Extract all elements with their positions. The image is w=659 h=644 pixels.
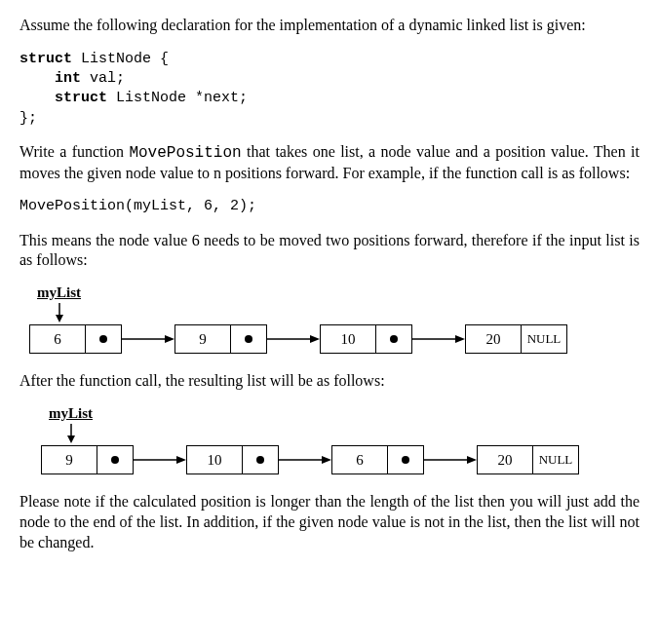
node-null: NULL [521,325,566,353]
arrow-right-icon [122,333,174,345]
list-node-tail: 20 NULL [465,324,567,354]
arrow-right-icon [279,454,331,466]
list-label-1: myList [37,284,640,301]
node-value: 6 [30,325,85,353]
svg-marker-1 [56,315,63,322]
list-node: 6 [331,445,424,474]
node-value: 9 [175,325,230,353]
arrow-down-icon [53,303,640,322]
diagram-after: myList 9 10 6 20 NULL [19,405,640,474]
list-label-2: myList [49,405,640,422]
node-pointer [230,325,266,353]
node-pointer [97,446,133,474]
node-value: 10 [321,325,375,353]
function-name: MovePosition [129,144,241,162]
node-value: 10 [187,446,242,474]
svg-marker-11 [176,456,186,464]
node-null: NULL [532,446,578,474]
arrow-right-icon [267,333,320,345]
node-pointer [242,446,278,474]
node-value: 20 [478,446,532,474]
node-value: 6 [332,446,387,474]
paragraph-function-desc: Write a function MovePosition that takes… [19,142,640,184]
paragraph-note: Please note if the calculated position i… [19,492,640,552]
arrow-right-icon [134,454,186,466]
paragraph-explain: This means the node value 6 needs to be … [19,231,640,272]
linked-list-row-1: 6 9 10 20 NULL [29,324,640,354]
node-value: 20 [466,325,521,353]
svg-marker-5 [310,335,320,343]
pointer-dot-icon [256,456,264,464]
svg-marker-3 [165,335,174,343]
svg-marker-13 [322,456,331,464]
arrow-right-icon [412,333,465,345]
struct-code-block: struct ListNode { int val; struct ListNo… [19,50,640,129]
diagram-before: myList 6 9 10 20 NULL [19,284,640,354]
node-pointer [387,446,423,474]
node-value: 9 [42,446,97,474]
node-pointer [375,325,411,353]
list-node: 9 [174,324,267,354]
node-pointer [85,325,121,353]
arrow-down-icon [64,424,640,443]
list-node-tail: 20 NULL [477,445,579,474]
pointer-dot-icon [402,456,409,464]
intro-text: Assume the following declaration for the… [19,16,640,36]
pointer-dot-icon [99,335,107,343]
linked-list-row-2: 9 10 6 20 NULL [41,445,640,474]
p2-pre: Write a function [19,143,129,160]
paragraph-after: After the function call, the resulting l… [19,371,640,392]
list-node: 10 [186,445,279,474]
pointer-dot-icon [245,335,252,343]
svg-marker-15 [467,456,477,464]
pointer-dot-icon [111,456,119,464]
list-node: 6 [29,324,122,354]
svg-marker-9 [67,436,75,443]
call-example: MovePosition(myList, 6, 2); [19,197,640,216]
arrow-right-icon [424,454,477,466]
pointer-dot-icon [390,335,398,343]
list-node: 9 [41,445,134,474]
list-node: 10 [320,324,412,354]
svg-marker-7 [455,335,465,343]
